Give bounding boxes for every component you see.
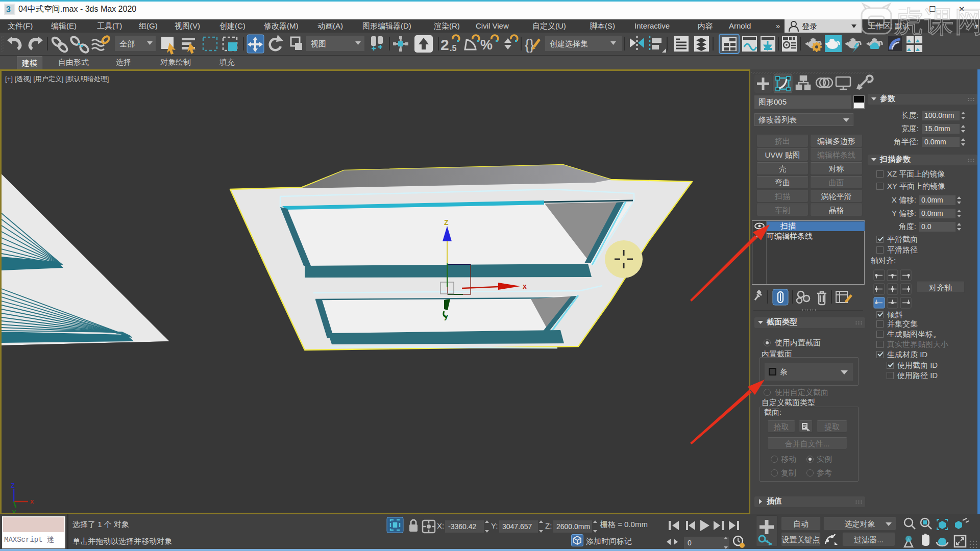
svg-text:虎课网: 虎课网	[894, 5, 980, 38]
